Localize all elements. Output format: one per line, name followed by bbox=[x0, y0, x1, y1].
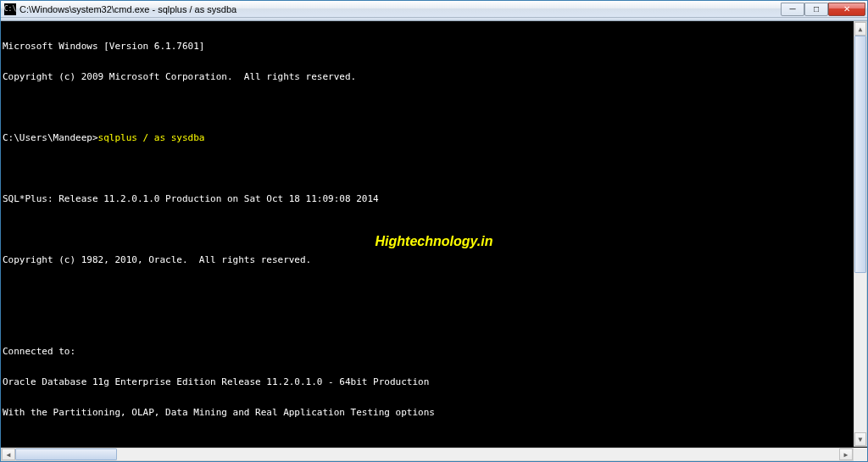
cmd-window: C:\ C:\Windows\system32\cmd.exe - sqlplu… bbox=[0, 0, 868, 462]
cmd-icon: C:\ bbox=[4, 3, 16, 15]
blank-line bbox=[3, 286, 867, 296]
text-line: Copyright (c) 2009 Microsoft Corporation… bbox=[3, 72, 867, 82]
blank-line bbox=[3, 103, 867, 113]
blank-line bbox=[3, 164, 867, 174]
scroll-up-arrow-icon[interactable]: ▲ bbox=[854, 22, 866, 36]
maximize-button[interactable]: □ bbox=[804, 3, 828, 16]
scroll-thumb[interactable] bbox=[854, 36, 866, 273]
scroll-thumb[interactable] bbox=[15, 448, 117, 460]
window-title: C:\Windows\system32\cmd.exe - sqlplus / … bbox=[19, 4, 781, 14]
watermark-text: Hightechnology.in bbox=[376, 237, 493, 247]
scroll-track[interactable] bbox=[854, 36, 866, 432]
prompt-line: C:\Users\Mandeep>sqlplus / as sysdba bbox=[3, 133, 867, 143]
scroll-left-arrow-icon[interactable]: ◀ bbox=[2, 448, 15, 460]
scroll-right-arrow-icon[interactable]: ▶ bbox=[839, 448, 853, 460]
blank-line bbox=[3, 316, 867, 326]
vertical-scrollbar[interactable]: ▲ ▼ bbox=[854, 21, 867, 447]
scroll-corner bbox=[854, 448, 867, 461]
text-line: Microsoft Windows [Version 6.1.7601] bbox=[3, 42, 867, 52]
close-button[interactable]: ✕ bbox=[828, 3, 865, 16]
terminal-output[interactable]: Microsoft Windows [Version 6.1.7601] Cop… bbox=[1, 21, 867, 461]
command-input: sqlplus / as sysdba bbox=[98, 132, 205, 143]
text-line: With the Partitioning, OLAP, Data Mining… bbox=[3, 408, 867, 418]
text-line: Connected to: bbox=[3, 347, 867, 357]
scroll-down-arrow-icon[interactable]: ▼ bbox=[854, 432, 866, 446]
text-line: Copyright (c) 1982, 2010, Oracle. All ri… bbox=[3, 255, 867, 265]
blank-line bbox=[3, 225, 867, 235]
scroll-track[interactable] bbox=[15, 448, 839, 460]
titlebar[interactable]: C:\ C:\Windows\system32\cmd.exe - sqlplu… bbox=[1, 1, 867, 18]
text-line: Oracle Database 11g Enterprise Edition R… bbox=[3, 377, 867, 387]
text-line: SQL*Plus: Release 11.2.0.1.0 Production … bbox=[3, 194, 867, 204]
prompt-path: C:\Users\Mandeep> bbox=[3, 132, 98, 143]
minimize-button[interactable]: ─ bbox=[781, 3, 804, 16]
window-controls: ─ □ ✕ bbox=[781, 3, 865, 16]
horizontal-scrollbar[interactable]: ◀ ▶ bbox=[1, 448, 854, 461]
